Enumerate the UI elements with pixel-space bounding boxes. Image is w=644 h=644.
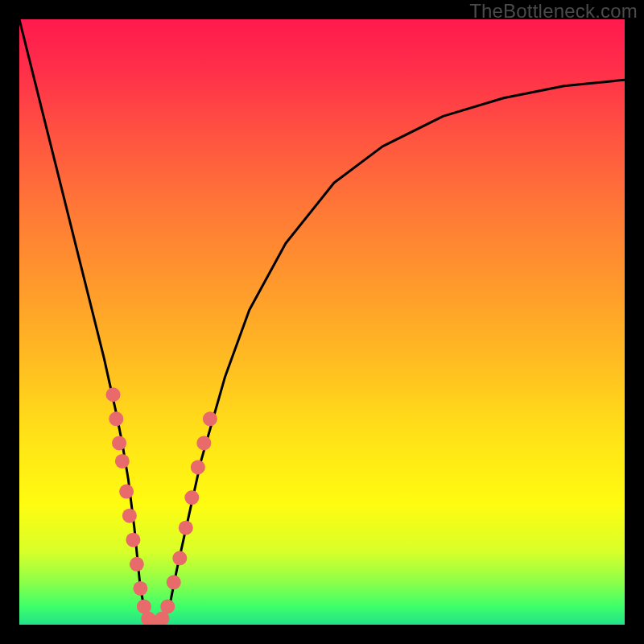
highlight-dot [167,575,181,589]
highlight-dot [119,485,134,499]
bottleneck-curve [19,19,625,625]
highlight-dot [115,454,130,469]
highlight-dot [112,436,126,450]
highlight-dot [130,557,144,572]
watermark-text: TheBottleneck.com [469,0,638,23]
highlight-dot [122,509,137,523]
highlight-dot [179,521,193,535]
chart-frame: TheBottleneck.com [0,0,644,644]
highlight-dot [172,551,187,565]
highlight-dot [109,411,123,426]
highlight-dot [196,436,211,450]
highlight-dot [106,387,121,402]
highlight-dot [191,460,205,474]
highlight-dot [160,599,175,613]
highlight-dot [126,533,140,547]
curve-layer [19,19,625,625]
plot-area [19,19,625,625]
highlight-dot [203,411,217,426]
highlight-dot [184,490,199,505]
highlight-dot [133,581,147,596]
